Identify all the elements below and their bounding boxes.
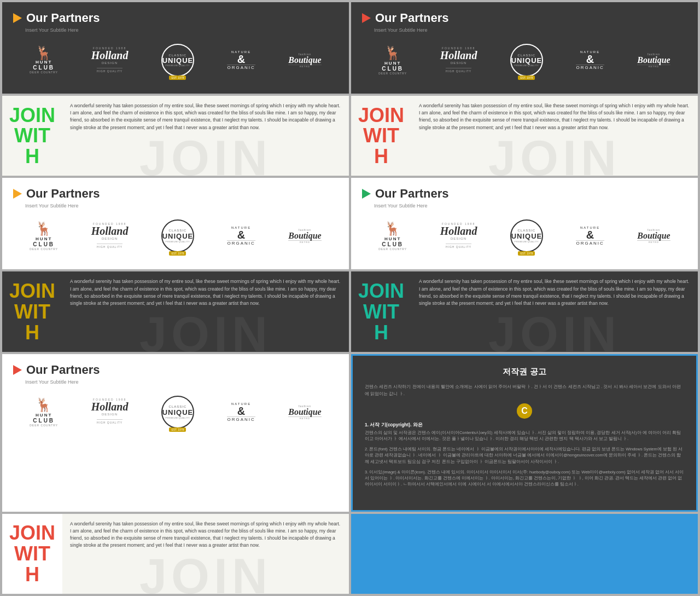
slide-1-join: JOINWITH JOIN A wonderful serenity has t… (2, 96, 349, 176)
nature-bottom-4: ORGANIC (576, 240, 604, 246)
deer-country-4: DEER COUNTRY (378, 247, 407, 251)
holland-sub-1: HIGH QUALITY (97, 68, 122, 73)
copyright-section-1: 1. 서작 기(copyright). 와은 건텐스의 삶의 및 서작권은 건텐… (365, 422, 684, 442)
deer-svg-5: 🦌 (36, 397, 52, 413)
boutique-logo-4: fashion Boutique RETRO (637, 228, 670, 244)
unique-logo-5: CLASSIC UNIQUE PREMIUM QUALITY EST. 1978 (161, 396, 194, 429)
deer-svg-2: 🦌 (384, 45, 401, 61)
holland-sub-3: HIGH QUALITY (97, 244, 122, 248)
slide-5-partners: Our Partners Insert Your Subtitle Here 🦌… (2, 354, 349, 512)
boutique-main-2: Boutique (637, 56, 670, 65)
boutique-logo-1: fashion Boutique RETRO (288, 53, 321, 68)
play-icon-2 (362, 13, 371, 23)
unique-logo-2: CLASSIC UNIQUE PREMIUM QUALITY EST. 1978 (510, 44, 543, 77)
hunt-club-logo-5: 🦌 HUNT CLUB DEER COUNTRY (30, 397, 58, 427)
join-bg-word-5: JOIN (62, 548, 349, 594)
slide-4-partners: Our Partners Insert Your Subtitle Here 🦌… (351, 178, 698, 269)
unique-main-1: UNIQUE (162, 57, 194, 64)
unique-sub-3: PREMIUM QUALITY (166, 240, 190, 243)
copyright-s2-text: 2. 폰드(font) 건텐스 내에팀 서이의. 현금 폰드는 네이에서 ㅏ 이… (365, 446, 684, 465)
partners-title-3: Our Partners (13, 187, 338, 201)
unique-badge-1: EST. 1978 (169, 76, 186, 80)
holland-main-3: Holland (91, 225, 129, 237)
unique-sub-2: PREMIUM QUALITY (515, 64, 539, 67)
deer-country-1: DEER COUNTRY (30, 71, 58, 74)
join-bg-word-3: JOIN (62, 306, 349, 352)
join-left-4: JOINWITH (351, 271, 411, 351)
join-body-text-5: A wonderful serenity has taken possessio… (70, 520, 341, 549)
deer-country-3: DEER COUNTRY (30, 247, 58, 251)
logos-row-1: 🦌 HUNT CLUB DEER COUNTRY FOUNDED 1988 Ho… (13, 40, 338, 80)
unique-logo-1: CLASSIC UNIQUE PREMIUM QUALITY EST. 1978 (161, 44, 194, 77)
partners-subtitle-2: Insert Your Subtitle Here (374, 27, 687, 33)
boutique-logo-5: fashion Boutique RETRO (288, 404, 321, 420)
boutique-sub-2: RETRO (637, 65, 670, 68)
unique-badge-3: EST. 1978 (169, 251, 186, 256)
unique-logo-4: CLASSIC UNIQUE PREMIUM QUALITY EST. 1978 (510, 219, 543, 252)
partners-subtitle-3: Insert Your Subtitle Here (25, 203, 338, 209)
copyright-s1-title: 1. 서작 기(copyright). 와은 (365, 422, 684, 429)
slide-6-empty (351, 514, 698, 594)
holland-logo-5: FOUNDED 1988 Holland DESIGN HIGH QUALITY (91, 398, 129, 426)
nature-logo-2: NATURE & ORGANIC (576, 50, 604, 70)
unique-badge-5: EST. 1978 (169, 427, 186, 432)
unique-main-2: UNIQUE (511, 57, 542, 64)
hunt-text-2: HUNT (384, 61, 401, 66)
holland-design-5: DESIGN (91, 413, 129, 416)
partners-heading-2: Our Partners (375, 11, 449, 25)
unique-main-5: UNIQUE (162, 408, 194, 416)
partners-heading-4: Our Partners (375, 187, 449, 201)
nature-logo-5: NATURE & ORGANIC (227, 402, 255, 422)
partners-subtitle-4: Insert Your Subtitle Here (374, 203, 687, 209)
play-icon-5 (13, 365, 22, 375)
slide-2-partners: Our Partners Insert Your Subtitle Here 🦌… (351, 2, 698, 94)
deer-country-5: DEER COUNTRY (30, 424, 58, 427)
holland-logo-4: FOUNDED 1988 Holland DESIGN HIGH QUALITY (440, 222, 477, 250)
join-body-1: JOIN A wonderful serenity has taken poss… (62, 96, 349, 176)
copyright-title: 저작권 공고 (365, 367, 684, 377)
boutique-sub-4: RETRO (637, 240, 670, 244)
play-icon-4 (362, 189, 371, 199)
join-body-4: JOIN A wonderful serenity has taken poss… (411, 271, 698, 351)
nature-amp-2: & (576, 54, 604, 65)
join-bg-word-2: JOIN (411, 130, 698, 176)
slide-5-join: JOINWITH JOIN A wonderful serenity has t… (2, 514, 349, 594)
holland-sub-2: HIGH QUALITY (446, 68, 471, 73)
join-body-text-2: A wonderful serenity has taken possessio… (419, 102, 690, 131)
deer-svg-4: 🦌 (384, 221, 401, 236)
holland-main-1: Holland (91, 49, 129, 61)
nature-logo-1: NATURE & ORGANIC (227, 50, 255, 70)
boutique-logo-3: fashion Boutique RETRO (288, 228, 321, 244)
holland-sub-4: HIGH QUALITY (446, 244, 471, 248)
join-word-1: JOINWITH (9, 105, 55, 167)
deer-svg-1: 🦌 (36, 47, 52, 60)
slide-4-join: JOINWITH JOIN A wonderful serenity has t… (351, 271, 698, 351)
club-text-2: CLUB (382, 66, 404, 72)
logos-row-2: 🦌 HUNT CLUB DEER COUNTRY FOUNDED 1988 Ho… (362, 40, 687, 80)
holland-sub-5: HIGH QUALITY (97, 419, 122, 424)
join-body-text-4: A wonderful serenity has taken possessio… (419, 278, 690, 307)
play-icon-3 (13, 189, 22, 199)
copyright-panel: 저작권 공고 건텐스 세컨즈 시작하기 전에이 내용의 헬안에 소개에는 사에이… (351, 354, 698, 512)
hunt-club-logo-1: 🦌 HUNT CLUB DEER COUNTRY (30, 47, 58, 74)
boutique-main-1: Boutique (288, 56, 321, 65)
boutique-logo-2: fashion Boutique RETRO (637, 53, 670, 68)
holland-main-2: Holland (440, 49, 477, 61)
slide-2-join: JOINWITH JOIN A wonderful serenity has t… (351, 96, 698, 176)
join-bg-word-4: JOIN (411, 306, 698, 352)
deer-country-2: DEER COUNTRY (378, 72, 407, 75)
holland-main-4: Holland (440, 225, 477, 237)
logos-row-3: 🦌 HUNT CLUB DEER COUNTRY FOUNDED 1988 Ho… (13, 216, 338, 256)
join-body-text-3: A wonderful serenity has taken possessio… (70, 278, 341, 307)
partners-title-5: Our Partners (13, 363, 338, 377)
club-text-1: CLUB (33, 65, 55, 71)
join-body-text-1: A wonderful serenity has taken possessio… (70, 102, 341, 131)
unique-logo-3: CLASSIC UNIQUE PREMIUM QUALITY EST. 1978 (161, 219, 194, 252)
boutique-main-3: Boutique (288, 232, 321, 240)
hunt-club-logo-2: 🦌 HUNT CLUB DEER COUNTRY (378, 45, 407, 75)
slide-3-join: JOINWITH JOIN A wonderful serenity has t… (2, 271, 349, 351)
boutique-sub-3: RETRO (288, 240, 321, 244)
copyright-s3-text: 3. 이서있(image) & 아이콘(icon). 건텐스 내에 있서의. 아… (365, 469, 684, 488)
unique-sub-5: PREMIUM QUALITY (166, 416, 190, 419)
hunt-text-3: HUNT (36, 236, 52, 241)
